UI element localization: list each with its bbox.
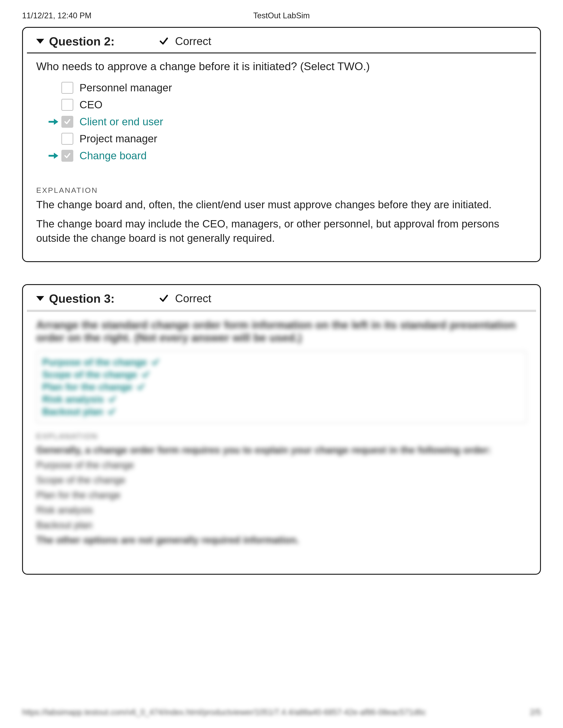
footer-page-number: 2/5 bbox=[530, 708, 541, 717]
explanation-line: Plan for the change bbox=[36, 490, 527, 501]
answer-text: Project manager bbox=[79, 133, 157, 145]
answer-text: Change board bbox=[79, 150, 147, 162]
answer-row: Personnel manager bbox=[47, 82, 527, 94]
checkbox-checked-icon bbox=[61, 116, 73, 128]
explanation-line: Risk analysis bbox=[36, 505, 527, 516]
footer-url: https://labsimapp.testout.com/v6_0_474/i… bbox=[22, 708, 426, 717]
print-title: TestOut LabSim bbox=[253, 11, 310, 20]
ordered-answer: Backout plan bbox=[42, 406, 521, 417]
answer-text: Risk analysis bbox=[42, 394, 104, 405]
print-datetime: 11/12/21, 12:40 PM bbox=[22, 11, 91, 20]
check-icon bbox=[159, 293, 169, 304]
divider bbox=[27, 310, 536, 312]
checkbox-checked-icon bbox=[61, 150, 73, 162]
ordered-answer: Scope of the change bbox=[42, 369, 521, 380]
question-card-2: Question 2: Correct Who needs to approve… bbox=[22, 27, 541, 262]
question-title: Question 3: bbox=[49, 292, 115, 305]
explanation-line: Generally, a change order form requires … bbox=[36, 445, 527, 456]
checkbox-icon bbox=[61, 133, 73, 145]
answer-row: Client or end user bbox=[47, 116, 527, 128]
explanation-paragraph: The change board and, often, the client/… bbox=[36, 198, 527, 212]
ordered-answer-box: Purpose of the change Scope of the chang… bbox=[36, 351, 527, 423]
answer-text: Client or end user bbox=[79, 116, 163, 128]
answer-text: Backout plan bbox=[42, 406, 103, 417]
explanation-line: The other options are not generally requ… bbox=[36, 535, 527, 546]
answer-row: Change board bbox=[47, 150, 527, 162]
print-footer: https://labsimapp.testout.com/v6_0_474/i… bbox=[22, 708, 541, 717]
answer-text: Personnel manager bbox=[79, 82, 172, 94]
checkbox-icon bbox=[61, 99, 73, 111]
check-icon bbox=[159, 36, 169, 46]
check-icon bbox=[141, 370, 150, 379]
question-title: Question 2: bbox=[49, 34, 115, 48]
question-header[interactable]: Question 3: Correct bbox=[23, 285, 540, 310]
status-text: Correct bbox=[175, 292, 211, 305]
question-prompt: Arrange the standard change order form i… bbox=[36, 319, 527, 344]
status-text: Correct bbox=[175, 35, 211, 48]
explanation-heading: EXPLANATION bbox=[36, 186, 527, 195]
explanation-paragraph: The change board may include the CEO, ma… bbox=[36, 217, 527, 246]
caret-down-icon bbox=[36, 39, 44, 44]
check-icon bbox=[136, 383, 145, 391]
checkbox-icon bbox=[61, 82, 73, 94]
question-status: Correct bbox=[159, 35, 211, 48]
question-card-3: Question 3: Correct Arrange the standard… bbox=[22, 284, 541, 575]
explanation-line: Purpose of the change bbox=[36, 460, 527, 471]
check-icon bbox=[107, 407, 116, 416]
arrow-right-icon bbox=[48, 117, 59, 126]
blurred-content: Arrange the standard change order form i… bbox=[23, 312, 540, 563]
question-prompt: Who needs to approve a change before it … bbox=[36, 60, 527, 73]
question-body: Who needs to approve a change before it … bbox=[23, 53, 540, 245]
question-status: Correct bbox=[159, 292, 211, 305]
answer-row: Project manager bbox=[47, 133, 527, 145]
check-icon bbox=[151, 358, 160, 367]
ordered-answer: Purpose of the change bbox=[42, 357, 521, 368]
explanation-heading: EXPLANATION bbox=[36, 432, 527, 441]
print-header: 11/12/21, 12:40 PM TestOut LabSim bbox=[22, 11, 541, 20]
caret-down-icon bbox=[36, 296, 44, 301]
answer-row: CEO bbox=[47, 99, 527, 111]
page: 11/12/21, 12:40 PM TestOut LabSim Questi… bbox=[0, 0, 563, 728]
answer-text: CEO bbox=[79, 99, 102, 111]
arrow-slot bbox=[47, 151, 60, 160]
check-icon bbox=[108, 395, 117, 404]
ordered-answer: Risk analysis bbox=[42, 394, 521, 405]
explanation-line: Backout plan bbox=[36, 520, 527, 531]
arrow-right-icon bbox=[48, 151, 59, 160]
answer-list: Personnel manager CEO Client or end user bbox=[47, 82, 527, 162]
answer-text: Purpose of the change bbox=[42, 357, 147, 368]
answer-text: Plan for the change bbox=[42, 381, 132, 392]
arrow-slot bbox=[47, 117, 60, 126]
answer-text: Scope of the change bbox=[42, 369, 137, 380]
explanation-line: Scope of the change bbox=[36, 475, 527, 486]
ordered-answer: Plan for the change bbox=[42, 381, 521, 392]
question-header[interactable]: Question 2: Correct bbox=[23, 28, 540, 53]
